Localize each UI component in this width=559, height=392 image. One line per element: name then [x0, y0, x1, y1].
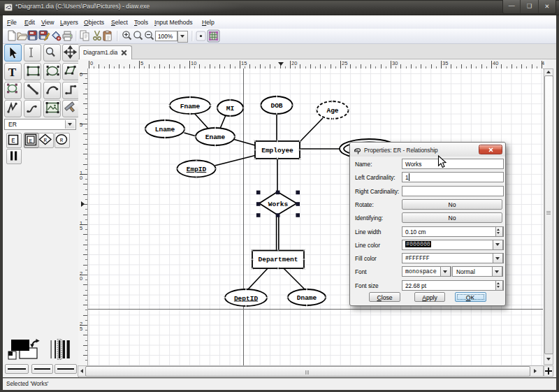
svg-text:DeptID: DeptID [234, 295, 259, 303]
svg-text:Lname: Lname [155, 126, 175, 133]
svg-text:Fname: Fname [180, 103, 201, 110]
svg-text:Employee: Employee [261, 147, 293, 154]
svg-text:Ename: Ename [205, 133, 226, 141]
svg-text:Dname: Dname [297, 294, 317, 302]
svg-text:Department: Department [258, 256, 298, 263]
svg-text:EmpID: EmpID [187, 166, 207, 173]
svg-text:DOB: DOB [270, 102, 282, 110]
svg-text:Works: Works [268, 201, 289, 208]
svg-text:MI: MI [226, 105, 234, 112]
svg-text:Age: Age [326, 107, 338, 115]
